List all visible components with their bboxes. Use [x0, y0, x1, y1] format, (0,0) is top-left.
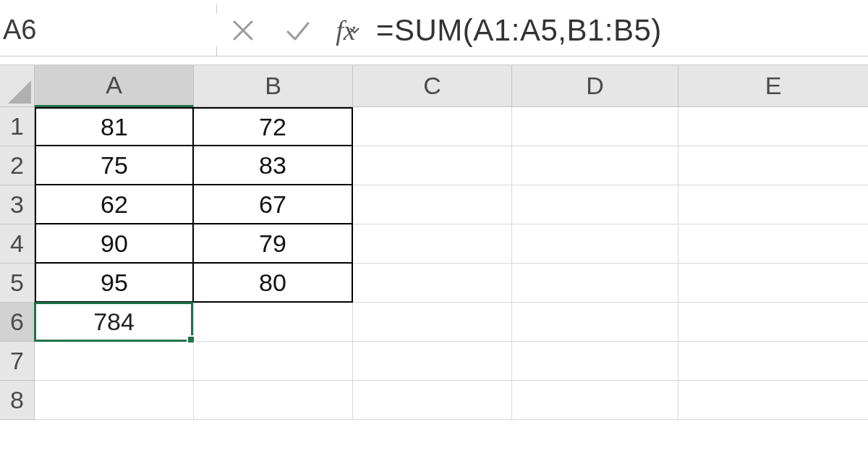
cell-C4[interactable]: [353, 224, 512, 264]
row-5: 5 95 80: [0, 264, 868, 303]
col-header-C[interactable]: C: [353, 65, 512, 107]
cancel-icon[interactable]: [224, 9, 262, 52]
cell-A6[interactable]: 784: [35, 303, 194, 342]
cell-A2[interactable]: 75: [35, 146, 194, 185]
cell-C7[interactable]: [353, 342, 512, 381]
cell-E3[interactable]: [678, 185, 868, 224]
cell-B2[interactable]: 83: [194, 146, 353, 185]
cell-C5[interactable]: [353, 264, 512, 303]
cell-D2[interactable]: [512, 146, 678, 185]
cell-D6[interactable]: [512, 303, 678, 342]
row-3: 3 62 67: [0, 185, 868, 224]
cell-C1[interactable]: [353, 107, 512, 146]
cell-E5[interactable]: [678, 264, 868, 303]
col-header-B[interactable]: B: [194, 65, 353, 107]
cell-B8[interactable]: [194, 381, 353, 420]
cell-A7[interactable]: [35, 342, 194, 381]
row-header-5[interactable]: 5: [0, 264, 35, 303]
cell-E6[interactable]: [678, 303, 868, 342]
col-header-D[interactable]: D: [512, 65, 678, 107]
cell-D5[interactable]: [512, 264, 678, 303]
cell-B6[interactable]: [194, 303, 353, 342]
cell-D3[interactable]: [512, 185, 678, 224]
cell-E1[interactable]: [678, 107, 868, 146]
cell-B1[interactable]: 72: [194, 107, 353, 146]
cell-A5[interactable]: 95: [35, 264, 194, 303]
cell-E2[interactable]: [678, 146, 868, 185]
name-box[interactable]: [0, 4, 217, 56]
spreadsheet-grid: A B C D E 1 81 72 2 75 83 3 62 67 4 90 7…: [0, 65, 868, 420]
cell-C8[interactable]: [353, 381, 512, 420]
row-header-1[interactable]: 1: [0, 107, 35, 146]
col-header-A[interactable]: A: [35, 65, 194, 107]
cell-D8[interactable]: [512, 381, 678, 420]
cell-E7[interactable]: [678, 342, 868, 381]
fx-icon[interactable]: fx: [324, 4, 367, 56]
formula-bar: fx: [0, 0, 868, 65]
cell-C3[interactable]: [353, 185, 512, 224]
cell-E8[interactable]: [678, 381, 868, 420]
cell-A8[interactable]: [35, 381, 194, 420]
enter-icon[interactable]: [279, 9, 317, 52]
cell-B5[interactable]: 80: [194, 264, 353, 303]
row-7: 7: [0, 342, 868, 381]
cell-B4[interactable]: 79: [194, 224, 353, 264]
row-header-2[interactable]: 2: [0, 146, 35, 185]
row-2: 2 75 83: [0, 146, 868, 185]
row-1: 1 81 72: [0, 107, 868, 146]
cell-C6[interactable]: [353, 303, 512, 342]
row-4: 4 90 79: [0, 224, 868, 264]
cell-E4[interactable]: [678, 224, 868, 264]
cell-D4[interactable]: [512, 224, 678, 264]
formula-input[interactable]: [367, 4, 868, 56]
cell-A4[interactable]: 90: [35, 224, 194, 264]
row-8: 8: [0, 381, 868, 420]
cell-B7[interactable]: [194, 342, 353, 381]
cell-C2[interactable]: [353, 146, 512, 185]
column-header-row: A B C D E: [0, 65, 868, 107]
select-all-corner[interactable]: [0, 65, 35, 107]
cell-A3[interactable]: 62: [35, 185, 194, 224]
row-header-3[interactable]: 3: [0, 185, 35, 224]
cell-D1[interactable]: [512, 107, 678, 146]
cell-D7[interactable]: [512, 342, 678, 381]
row-6: 6 784: [0, 303, 868, 342]
cell-A1[interactable]: 81: [35, 107, 194, 146]
row-header-7[interactable]: 7: [0, 342, 35, 381]
cell-B3[interactable]: 67: [194, 185, 353, 224]
col-header-E[interactable]: E: [678, 65, 868, 107]
row-header-4[interactable]: 4: [0, 224, 35, 264]
row-header-8[interactable]: 8: [0, 381, 35, 420]
row-header-6[interactable]: 6: [0, 303, 35, 342]
formula-bar-buttons: [217, 4, 324, 56]
